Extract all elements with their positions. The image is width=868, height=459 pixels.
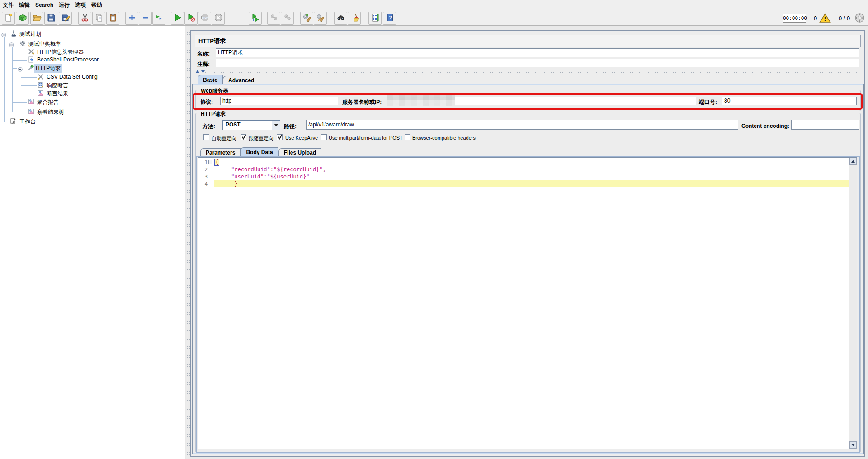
templates-button[interactable] <box>16 12 29 25</box>
code-line-1: { <box>215 159 219 166</box>
menu-item-1[interactable]: 文件 <box>0 0 16 9</box>
tree-line <box>13 60 27 61</box>
tree-line <box>13 68 17 69</box>
assertion-icon <box>38 82 44 88</box>
splitter-down-icon[interactable] <box>201 70 205 73</box>
workbench-icon <box>10 118 16 124</box>
stop-button[interactable]: STOP <box>198 12 211 25</box>
checkbox-3[interactable] <box>277 134 283 140</box>
tree-line <box>13 52 27 52</box>
scroll-up-icon[interactable] <box>849 158 857 165</box>
chart-icon <box>38 90 44 96</box>
clear-all-button[interactable] <box>314 12 327 25</box>
function-helper-button[interactable] <box>368 12 382 25</box>
menu-bar: 文件编辑Search运行选项帮助 <box>0 0 868 10</box>
search-reset-button[interactable] <box>348 12 361 25</box>
body-tab-files-upload[interactable]: Files Upload <box>278 148 321 157</box>
warning-icon[interactable] <box>819 13 831 25</box>
thread-group-icon <box>19 40 26 47</box>
body-tab-parameters[interactable]: Parameters <box>200 148 241 157</box>
method-select[interactable]: POST <box>222 120 280 130</box>
cut-button[interactable] <box>78 12 91 25</box>
cut-icon <box>80 13 90 24</box>
copy-button[interactable] <box>92 12 105 25</box>
save-as-icon <box>61 13 70 24</box>
tree-item-10[interactable]: 察看结果树 <box>36 108 66 117</box>
tree-item-6[interactable]: CSV Data Set Config <box>45 73 99 80</box>
basic-tab-basic[interactable]: Basic <box>198 75 223 84</box>
new-file-button[interactable] <box>2 12 15 25</box>
expand-button[interactable] <box>125 12 138 25</box>
open-button[interactable] <box>30 12 43 25</box>
checkbox-label-2: 跟随重定向 <box>249 135 274 142</box>
save-as-button[interactable] <box>59 12 72 25</box>
search-reset-icon <box>350 13 359 24</box>
checkbox-1[interactable] <box>203 134 209 140</box>
combo-arrow-icon[interactable] <box>272 121 280 130</box>
tree-item-3[interactable]: HTTP信息头管理器 <box>36 48 85 56</box>
tree-item-5[interactable]: HTTP请求 <box>34 64 62 73</box>
start-button[interactable] <box>171 12 184 25</box>
menu-item-2[interactable]: 编辑 <box>16 0 33 9</box>
paste-icon <box>108 13 118 24</box>
content-encoding-input[interactable] <box>791 120 859 130</box>
tree-item-8[interactable]: 断言结果 <box>45 89 70 98</box>
checkbox-label-4: Use multipart/form-data for POST <box>329 135 403 141</box>
tree-item-9[interactable]: 聚合报告 <box>36 98 60 107</box>
menu-item-5[interactable]: 选项 <box>72 0 89 9</box>
open-icon <box>33 13 42 24</box>
expand-icon <box>127 13 137 24</box>
paste-button[interactable] <box>106 12 119 25</box>
tree-item-4[interactable]: BeanShell PostProcessor <box>36 56 100 63</box>
line-number: 4 <box>198 181 208 187</box>
header-manager-icon <box>28 48 34 55</box>
toggle-button[interactable] <box>152 12 165 25</box>
path-input[interactable]: /api/v1/award/draw <box>306 120 738 130</box>
templates-icon <box>18 13 27 24</box>
elapsed-timer: 00:00:00 <box>783 14 806 23</box>
tree-line <box>5 122 8 122</box>
comments-input[interactable] <box>216 59 859 67</box>
tree-expand-handle[interactable] <box>18 66 23 70</box>
content-encoding-label: Content encoding: <box>741 123 789 129</box>
start-no-timers-button[interactable] <box>184 12 198 25</box>
shutdown-button[interactable] <box>212 12 225 25</box>
postprocessor-icon <box>28 56 34 63</box>
tree-line <box>4 37 5 122</box>
checkbox-2[interactable] <box>241 134 246 140</box>
menu-item-6[interactable]: 帮助 <box>89 0 105 9</box>
tree-line <box>21 85 37 86</box>
name-input[interactable]: HTTP请求 <box>216 48 859 57</box>
search-button[interactable] <box>334 12 347 25</box>
tree-expand-handle[interactable] <box>9 41 14 46</box>
save-button[interactable] <box>44 12 57 25</box>
editor-scrollbar[interactable] <box>849 158 857 449</box>
checkbox-4[interactable] <box>321 134 327 140</box>
menu-item-4[interactable]: 运行 <box>56 0 72 9</box>
checkbox-5[interactable] <box>405 134 410 140</box>
scroll-down-icon[interactable] <box>849 441 857 449</box>
remote-shutdown-all-button[interactable] <box>281 12 294 25</box>
new-file-icon <box>4 13 13 24</box>
tree-expand-handle[interactable] <box>1 31 6 36</box>
clear-button[interactable] <box>300 12 313 25</box>
splitter-up-icon[interactable] <box>196 70 199 73</box>
body-tab-body-data[interactable]: Body Data <box>241 147 278 157</box>
form-splitter[interactable] <box>193 70 863 74</box>
remote-stop-all-button[interactable] <box>267 12 280 25</box>
remote-start-all-button[interactable] <box>249 12 262 25</box>
menu-item-3[interactable]: Search <box>33 0 56 8</box>
help-button[interactable]: ? <box>383 12 396 25</box>
element-title: HTTP请求 <box>195 35 861 47</box>
tree-main-splitter[interactable] <box>186 26 190 459</box>
help-icon: ? <box>385 13 394 24</box>
tree-item-1[interactable]: 测试计划 <box>18 30 42 38</box>
tree-item-11[interactable]: 工作台 <box>18 117 37 126</box>
tree-item-2[interactable]: 测试中奖概率 <box>27 40 62 48</box>
body-data-editor[interactable]: 1234{ "recordUuid":"${recordUuid}", "use… <box>198 157 857 449</box>
collapse-button[interactable] <box>139 12 152 25</box>
tree-item-7[interactable]: 响应断言 <box>45 81 70 90</box>
basic-tab-advanced[interactable]: Advanced <box>223 76 259 84</box>
chart-icon <box>28 98 34 105</box>
fold-icon[interactable] <box>208 160 212 164</box>
